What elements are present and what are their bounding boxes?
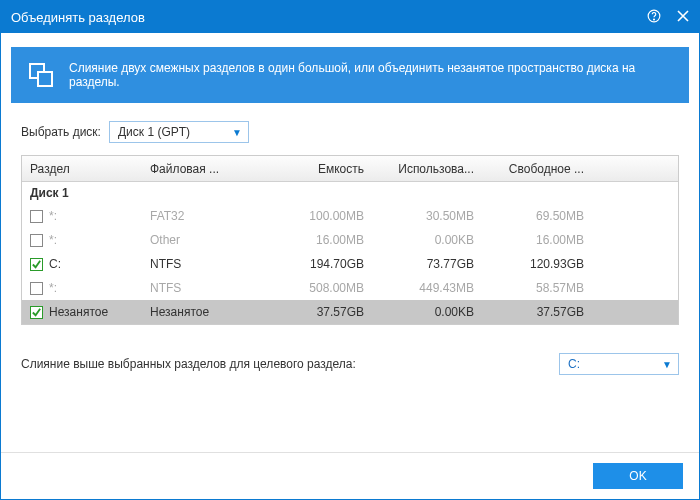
disk-select-value: Диск 1 (GPT) bbox=[118, 125, 190, 139]
row-checkbox[interactable] bbox=[30, 258, 43, 271]
col-used[interactable]: Использова... bbox=[372, 162, 482, 176]
cell-filesystem: Other bbox=[142, 233, 262, 247]
svg-rect-3 bbox=[38, 72, 52, 86]
merge-target-label: Слияние выше выбранных разделов для целе… bbox=[21, 357, 559, 371]
cell-capacity: 100.00MB bbox=[262, 209, 372, 223]
cell-used: 0.00KB bbox=[372, 233, 482, 247]
partition-table: Раздел Файловая ... Емкость Использова..… bbox=[21, 155, 679, 325]
svg-point-1 bbox=[654, 19, 655, 20]
cell-free: 37.57GB bbox=[482, 305, 592, 319]
cell-used: 73.77GB bbox=[372, 257, 482, 271]
row-checkbox bbox=[30, 210, 43, 223]
cell-partition: C: bbox=[22, 257, 142, 271]
col-free[interactable]: Свободное ... bbox=[482, 162, 592, 176]
cell-partition: Незанятое bbox=[22, 305, 142, 319]
window-title: Объединять разделов bbox=[11, 10, 647, 25]
group-label: Диск 1 bbox=[30, 186, 69, 200]
cell-filesystem: NTFS bbox=[142, 257, 262, 271]
cell-free: 120.93GB bbox=[482, 257, 592, 271]
cell-partition: *: bbox=[22, 281, 142, 295]
cell-partition: *: bbox=[22, 233, 142, 247]
cell-free: 69.50MB bbox=[482, 209, 592, 223]
merge-icon bbox=[27, 61, 55, 89]
banner-text: Слияние двух смежных разделов в один бол… bbox=[69, 61, 673, 89]
dialog-footer: OK bbox=[1, 452, 699, 499]
ok-button[interactable]: OK bbox=[593, 463, 683, 489]
partition-label: *: bbox=[49, 233, 57, 247]
col-filesystem[interactable]: Файловая ... bbox=[142, 162, 262, 176]
table-row: *:FAT32100.00MB30.50MB69.50MB bbox=[22, 204, 678, 228]
disk-select-label: Выбрать диск: bbox=[21, 125, 101, 139]
cell-capacity: 194.70GB bbox=[262, 257, 372, 271]
dialog-body: Выбрать диск: Диск 1 (GPT) ▼ Раздел Файл… bbox=[1, 103, 699, 452]
disk-select-combo[interactable]: Диск 1 (GPT) ▼ bbox=[109, 121, 249, 143]
table-row[interactable]: НезанятоеНезанятое37.57GB0.00KB37.57GB bbox=[22, 300, 678, 324]
merge-target-combo[interactable]: C: ▼ bbox=[559, 353, 679, 375]
table-row: *:Other16.00MB0.00KB16.00MB bbox=[22, 228, 678, 252]
close-icon[interactable] bbox=[677, 10, 689, 24]
cell-capacity: 16.00MB bbox=[262, 233, 372, 247]
table-row[interactable]: C:NTFS194.70GB73.77GB120.93GB bbox=[22, 252, 678, 276]
merge-target-row: Слияние выше выбранных разделов для целе… bbox=[21, 353, 679, 375]
merge-target-value: C: bbox=[568, 357, 580, 371]
help-icon[interactable] bbox=[647, 9, 661, 25]
cell-used: 0.00KB bbox=[372, 305, 482, 319]
info-banner: Слияние двух смежных разделов в один бол… bbox=[11, 47, 689, 103]
row-checkbox[interactable] bbox=[30, 306, 43, 319]
cell-free: 16.00MB bbox=[482, 233, 592, 247]
cell-used: 30.50MB bbox=[372, 209, 482, 223]
cell-free: 58.57MB bbox=[482, 281, 592, 295]
table-body: *:FAT32100.00MB30.50MB69.50MB*:Other16.0… bbox=[22, 204, 678, 324]
cell-capacity: 37.57GB bbox=[262, 305, 372, 319]
partition-label: *: bbox=[49, 209, 57, 223]
partition-label: Незанятое bbox=[49, 305, 108, 319]
cell-filesystem: Незанятое bbox=[142, 305, 262, 319]
cell-partition: *: bbox=[22, 209, 142, 223]
table-header: Раздел Файловая ... Емкость Использова..… bbox=[22, 156, 678, 182]
cell-used: 449.43MB bbox=[372, 281, 482, 295]
partition-label: C: bbox=[49, 257, 61, 271]
row-checkbox bbox=[30, 282, 43, 295]
table-group-row: Диск 1 bbox=[22, 182, 678, 204]
chevron-down-icon: ▼ bbox=[662, 359, 672, 370]
disk-select-row: Выбрать диск: Диск 1 (GPT) ▼ bbox=[21, 121, 679, 143]
cell-filesystem: FAT32 bbox=[142, 209, 262, 223]
col-partition[interactable]: Раздел bbox=[22, 162, 142, 176]
cell-filesystem: NTFS bbox=[142, 281, 262, 295]
table-row: *:NTFS508.00MB449.43MB58.57MB bbox=[22, 276, 678, 300]
titlebar: Объединять разделов bbox=[1, 1, 699, 33]
partition-label: *: bbox=[49, 281, 57, 295]
col-capacity[interactable]: Емкость bbox=[262, 162, 372, 176]
dialog-window: Объединять разделов Слияние двух смежных… bbox=[0, 0, 700, 500]
cell-capacity: 508.00MB bbox=[262, 281, 372, 295]
titlebar-controls bbox=[647, 9, 689, 25]
row-checkbox bbox=[30, 234, 43, 247]
chevron-down-icon: ▼ bbox=[232, 127, 242, 138]
